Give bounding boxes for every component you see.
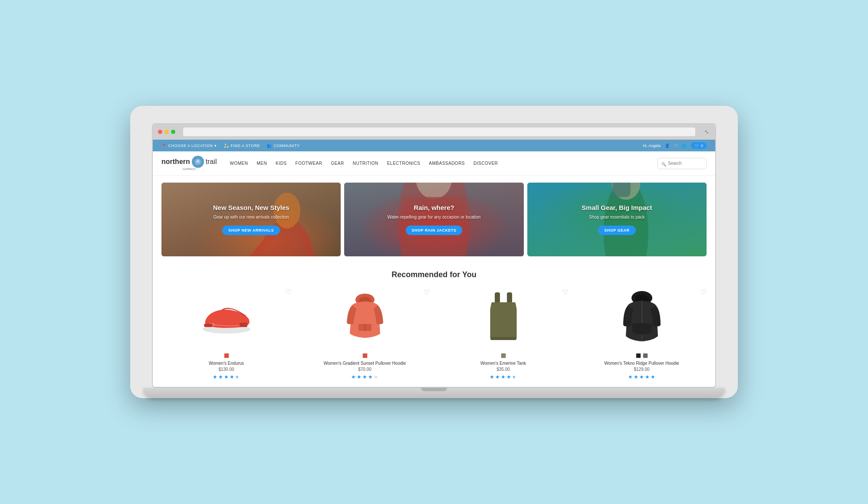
nav-search[interactable]	[658, 158, 707, 169]
hero-card-new-arrivals: New Season, New Styles Gear up with our …	[161, 183, 341, 256]
product-price-3: $35.00	[438, 367, 568, 372]
swatch-red[interactable]	[224, 353, 229, 358]
laptop-notch	[421, 388, 447, 391]
color-swatches-4	[577, 353, 707, 358]
section-title: Recommended for You	[161, 270, 707, 279]
hero-title-3: Small Gear, Big Impact	[582, 204, 652, 212]
community-label: COMMUNITY	[274, 144, 300, 148]
svg-rect-22	[490, 337, 516, 340]
hero-section: New Season, New Styles Gear up with our …	[161, 183, 707, 256]
logo-icon	[192, 156, 204, 168]
nav-ambassadors[interactable]: AMBASSADORS	[429, 161, 465, 166]
star-2: ★	[218, 374, 223, 380]
svg-rect-20	[495, 292, 500, 303]
nav-discover[interactable]: DISCOVER	[473, 161, 498, 166]
hero-card-rain: Rain, where? Water-repelling gear for an…	[344, 183, 523, 256]
color-swatches-1	[161, 353, 291, 358]
cart-badge[interactable]: 0	[691, 142, 707, 149]
location-label: CHOOSE A LOCATION	[168, 144, 213, 148]
nav-nutrition[interactable]: NUTRITION	[353, 161, 378, 166]
main-nav: northern trail outfi	[153, 151, 715, 176]
dot-red[interactable]	[158, 130, 162, 134]
nav-electronics[interactable]: ELECTRONICS	[387, 161, 421, 166]
browser-url-bar[interactable]	[183, 128, 695, 136]
product-card-endurus: ♡	[161, 288, 291, 380]
star-3: ★	[362, 374, 367, 380]
hero-btn-rain[interactable]: SHOP RAIN JACKETS	[406, 226, 463, 235]
browser-maximize[interactable]: ⤡	[703, 128, 710, 135]
chevron-icon	[214, 144, 217, 148]
user-greeting: Hi, Angela	[643, 144, 661, 148]
color-swatches-3	[438, 353, 568, 358]
wishlist-icon-top[interactable]	[674, 144, 677, 148]
star-2: ★	[634, 374, 638, 380]
star-1: ★	[490, 374, 494, 380]
wishlist-btn-2[interactable]: ♡	[424, 288, 430, 296]
star-4: ★	[368, 374, 373, 380]
community[interactable]: COMMUNITY	[267, 144, 300, 148]
cart-icon	[694, 143, 700, 148]
product-card-tank: ♡	[438, 288, 568, 380]
hero-content-1: New Season, New Styles Gear up with our …	[161, 183, 341, 256]
star-5-half: ★	[512, 374, 517, 380]
hero-title-1: New Season, New Styles	[213, 204, 289, 212]
find-store[interactable]: FIND A STORE	[224, 144, 260, 148]
choose-location[interactable]: CHOOSE A LOCATION	[161, 144, 217, 148]
hero-subtitle-2: Water-repelling gear for any occasion or…	[388, 214, 481, 220]
wishlist-btn-3[interactable]: ♡	[562, 288, 568, 296]
product-name-4: Women's Tekno Ridge Pullover Hoodie	[577, 361, 707, 366]
product-name-3: Women's Emerine Tank	[438, 361, 568, 366]
recommended-section: Recommended for You ♡	[153, 263, 715, 387]
logo[interactable]: northern trail outfi	[161, 156, 217, 171]
wishlist-btn-1[interactable]: ♡	[285, 288, 291, 296]
nav-men[interactable]: MEN	[257, 161, 267, 166]
swatch-olive[interactable]	[501, 353, 506, 358]
swatch-gray[interactable]	[643, 353, 648, 358]
star-5: ★	[651, 374, 655, 380]
product-stars-1: ★ ★ ★ ★ ★	[161, 374, 291, 380]
dot-yellow[interactable]	[164, 130, 169, 134]
site-content: CHOOSE A LOCATION FIND A STORE COMMUNITY	[153, 140, 715, 387]
top-bar-right: Hi, Angela 0	[643, 142, 707, 149]
hero-title-2: Rain, where?	[414, 204, 454, 212]
star-1: ★	[213, 374, 217, 380]
products-grid: ♡	[161, 288, 707, 380]
top-bar-left: CHOOSE A LOCATION FIND A STORE COMMUNITY	[161, 144, 300, 148]
product-price-4: $129.00	[577, 367, 707, 372]
star-4: ★	[645, 374, 650, 380]
star-4: ★	[230, 374, 234, 380]
star-2: ★	[357, 374, 362, 380]
star-3: ★	[639, 374, 644, 380]
user-icon[interactable]	[665, 144, 670, 148]
hero-content-3: Small Gear, Big Impact Shop gear essenti…	[527, 183, 707, 256]
logo-name: northern	[161, 158, 190, 165]
product-price-2: $70.00	[300, 367, 430, 372]
product-stars-4: ★ ★ ★ ★ ★	[577, 374, 707, 380]
nav-footwear[interactable]: FOOTWEAR	[296, 161, 322, 166]
hero-content-2: Rain, where? Water-repelling gear for an…	[344, 183, 523, 256]
browser-dots	[158, 130, 175, 134]
hero-btn-new-arrivals[interactable]: SHOP NEW ARRIVALS	[222, 226, 280, 235]
svg-rect-15	[240, 323, 247, 327]
hero-btn-gear[interactable]: SHOP GEAR	[598, 226, 635, 235]
black-hoodie-svg	[622, 289, 661, 348]
wishlist-btn-4[interactable]: ♡	[700, 288, 707, 296]
browser-chrome: ⤡	[153, 124, 715, 140]
star-1: ★	[351, 374, 356, 380]
globe-icon[interactable]	[682, 144, 687, 148]
search-input[interactable]	[668, 161, 703, 166]
dot-green[interactable]	[171, 130, 175, 134]
laptop-wrapper: ⤡ CHOOSE A LOCATION FIND A STORE	[130, 106, 738, 398]
nav-gear[interactable]: GEAR	[331, 161, 344, 166]
swatch-black[interactable]	[636, 353, 641, 358]
nav-women[interactable]: WOMEN	[230, 161, 248, 166]
tank-svg	[488, 290, 519, 347]
product-image-tank	[438, 288, 568, 349]
search-icon	[661, 160, 666, 167]
swatch-hoodie-red[interactable]	[362, 353, 368, 358]
product-name-1: Women's Endurus	[161, 361, 291, 366]
laptop-body: ⤡ CHOOSE A LOCATION FIND A STORE	[130, 106, 738, 398]
nav-kids[interactable]: KIDS	[276, 161, 286, 166]
star-3: ★	[501, 374, 506, 380]
product-card-hoodie: ♡	[300, 288, 430, 380]
